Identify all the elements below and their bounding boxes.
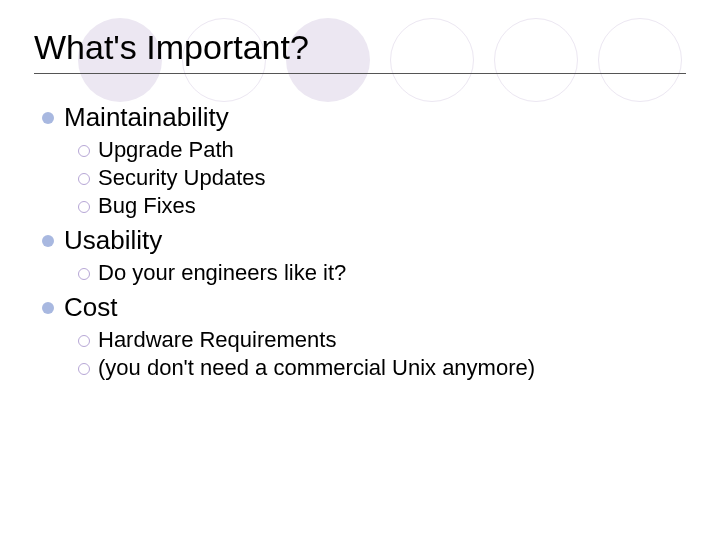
section-heading-text: Maintainability xyxy=(64,102,229,133)
list-item-text: Upgrade Path xyxy=(98,137,234,163)
content-area: Maintainability Upgrade Path Security Up… xyxy=(34,102,686,381)
list-item: Do your engineers like it? xyxy=(78,260,686,286)
ring-icon xyxy=(78,363,90,375)
ring-icon xyxy=(78,268,90,280)
bullet-icon xyxy=(42,302,54,314)
title-rule xyxy=(34,73,686,74)
section-heading: Maintainability xyxy=(42,102,686,133)
section-heading-text: Usability xyxy=(64,225,162,256)
list-item: Upgrade Path xyxy=(78,137,686,163)
section-heading-text: Cost xyxy=(64,292,117,323)
bullet-icon xyxy=(42,235,54,247)
list-item-text: Hardware Requirements xyxy=(98,327,336,353)
ring-icon xyxy=(78,335,90,347)
list-item: Hardware Requirements xyxy=(78,327,686,353)
ring-icon xyxy=(78,201,90,213)
slide-title: What's Important? xyxy=(34,28,686,67)
list-item-text: Do your engineers like it? xyxy=(98,260,346,286)
list-item: Bug Fixes xyxy=(78,193,686,219)
section-heading: Cost xyxy=(42,292,686,323)
ring-icon xyxy=(78,173,90,185)
list-item-text: Bug Fixes xyxy=(98,193,196,219)
list-item: (you don't need a commercial Unix anymor… xyxy=(78,355,686,381)
list-item: Security Updates xyxy=(78,165,686,191)
bullet-icon xyxy=(42,112,54,124)
list-item-text: (you don't need a commercial Unix anymor… xyxy=(98,355,535,381)
section-heading: Usability xyxy=(42,225,686,256)
slide-body: What's Important? Maintainability Upgrad… xyxy=(0,0,720,381)
ring-icon xyxy=(78,145,90,157)
list-item-text: Security Updates xyxy=(98,165,266,191)
